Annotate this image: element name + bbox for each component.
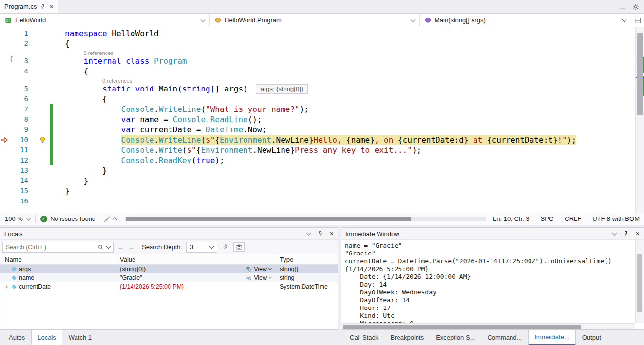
breakpoint-margin[interactable] [0,145,9,155]
breakpoint-margin[interactable] [0,104,9,114]
search-icon[interactable] [98,244,104,250]
search-dropdown-icon[interactable] [106,244,111,249]
immediate-horizontal-scrollbar[interactable] [341,323,635,329]
encoding[interactable]: UTF-8 with BOM [592,215,640,222]
tool-tab-command[interactable]: Command... [481,330,528,345]
search-input[interactable] [6,244,95,251]
current-statement-arrow-icon[interactable] [0,135,9,145]
split-window-icon[interactable] [631,14,644,27]
breakpoint-margin[interactable] [0,94,9,104]
breakpoint-margin[interactable] [0,84,9,94]
tool-tab-exception-s[interactable]: Exception S... [430,330,481,345]
window-menu-icon[interactable] [306,231,311,236]
settings-gear-icon[interactable] [632,3,639,10]
tool-tab-call-stack[interactable]: Call Stack [344,330,384,345]
type-dropdown[interactable]: HelloWorld.Program [210,14,420,27]
pin-icon[interactable] [317,231,323,236]
zoom-selector[interactable]: 100 % [0,215,35,222]
back-arrow-icon[interactable]: ← [117,243,124,251]
code-cleanup-broom-icon[interactable] [104,216,111,222]
code-editor[interactable]: 1namespace HelloWorld2{0 references3 int… [0,27,644,213]
code-text[interactable]: Console.WriteLine("What is your name?"); [53,104,644,114]
cursor-position[interactable]: Ln: 10, Ch: 3 [493,215,529,222]
code-text[interactable] [53,196,644,206]
code-text[interactable]: var currentDate = DateTime.Now; [53,125,644,135]
chevron-down-icon [26,216,31,220]
close-icon[interactable]: × [49,3,53,10]
code-text[interactable]: Console.Write($"{Environment.NewLine}Pre… [53,145,644,155]
editor-horizontal-scrollbar[interactable] [125,217,486,221]
code-text[interactable]: internal class Program [53,56,644,66]
breakpoint-margin[interactable] [0,49,9,56]
line-endings[interactable]: CRLF [565,215,581,222]
project-dropdown[interactable]: C# HelloWorld [0,14,210,27]
snapshot-icon[interactable] [233,242,245,252]
code-text[interactable]: 0 references [53,49,644,56]
tool-tab-watch-1[interactable]: Watch 1 [63,330,97,345]
code-text[interactable]: 0 references [53,76,644,84]
immediate-header[interactable]: Immediate Window × [341,228,644,240]
forward-arrow-icon[interactable]: → [128,243,135,251]
editor-vertical-scrollbar[interactable] [635,27,644,213]
breakpoint-margin[interactable] [0,114,9,125]
code-text[interactable]: } [53,186,644,196]
breakpoint-margin[interactable] [0,28,9,38]
document-tab[interactable]: Program.cs × [0,0,58,13]
view-button[interactable]: View [246,274,271,281]
tool-tab-breakpoints[interactable]: Breakpoints [385,330,430,345]
tool-tab-autos[interactable]: Autos [3,330,31,345]
issues-indicator[interactable]: ✓ No issues found [36,215,100,222]
breakpoint-margin[interactable] [0,125,9,135]
code-text[interactable]: var name = Console.ReadLine(); [53,114,644,125]
tool-tab-locals[interactable]: Locals [31,330,62,345]
search-options-icon[interactable] [221,243,229,251]
pin-icon[interactable] [40,4,46,10]
chevron-up-icon[interactable] [113,217,117,222]
code-text[interactable]: namespace HelloWorld [53,28,644,38]
locals-title: Locals [4,230,23,237]
breakpoint-margin[interactable] [0,155,9,165]
locals-row-args[interactable]: args{string[0]}Viewstring[] [0,265,338,273]
member-dropdown[interactable]: Main(string[] args) [420,14,631,27]
scrollbar-thumb[interactable] [126,217,411,221]
immediate-vertical-scrollbar[interactable] [635,240,644,323]
tool-tab-immediate[interactable]: Immediate... [528,330,576,345]
search-box[interactable] [2,242,114,253]
code-text[interactable]: } [53,176,644,186]
code-text[interactable]: { [53,66,644,76]
code-text[interactable]: } [53,165,644,176]
breakpoint-margin[interactable] [0,165,9,176]
scrollbar-thumb[interactable] [637,33,643,115]
breakpoint-margin[interactable] [0,38,9,49]
insert-mode[interactable]: SPC [541,215,554,222]
more-options-icon[interactable]: … [619,2,626,11]
breakpoint-margin[interactable] [0,196,9,206]
search-depth-dropdown[interactable]: 3 [186,242,217,253]
lightbulb-icon[interactable] [35,135,50,145]
view-button[interactable]: View [246,266,271,272]
locals-header[interactable]: Locals × [0,228,338,240]
window-menu-icon[interactable] [612,231,617,236]
pin-icon[interactable] [623,231,629,236]
breakpoint-margin[interactable] [0,76,9,84]
breakpoint-margin[interactable] [0,176,9,186]
locals-row-name[interactable]: name"Gracie"Viewstring [0,273,338,282]
code-text[interactable]: { [53,38,644,49]
code-text[interactable]: Console.ReadKey(true); [53,155,644,165]
name-cell: args [0,265,116,273]
breakpoint-margin[interactable] [0,56,9,66]
locals-row-currentDate[interactable]: currentDate{1/14/2026 5:25:00 PM}System.… [0,282,338,291]
breakpoint-margin[interactable] [0,66,9,76]
breakpoint-margin[interactable] [0,186,9,196]
glyph-margin [35,38,50,49]
scrollbar-thumb[interactable] [637,254,642,312]
code-text[interactable]: static void Main(string[] args)args: {st… [53,84,644,94]
scrollbar-thumb[interactable] [343,325,581,329]
close-icon[interactable]: × [330,230,334,237]
close-icon[interactable]: × [636,230,640,237]
tool-tab-output[interactable]: Output [576,330,607,345]
code-text[interactable]: Console.WriteLine($"{Environment.NewLine… [53,135,644,145]
immediate-content[interactable]: name = "Gracie" "Gracie" currentDate = D… [341,240,635,323]
expander-icon[interactable] [2,286,9,288]
code-text[interactable]: { [53,94,644,104]
